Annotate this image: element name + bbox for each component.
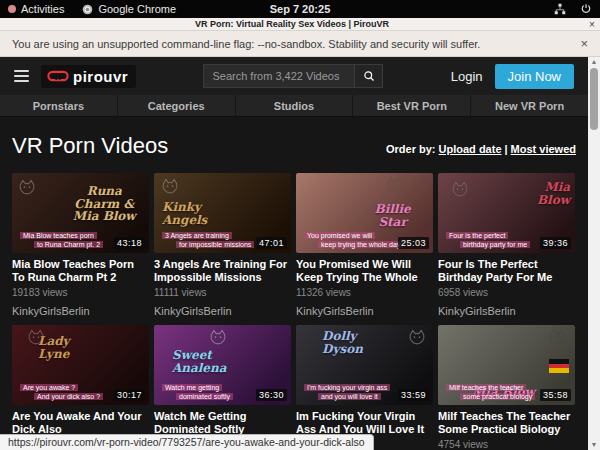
video-title-link[interactable]: You Promised We Will Keep Trying The Who… <box>296 258 433 284</box>
video-thumbnail[interactable]: Kinky Angels 3 Angels are training for i… <box>154 173 291 253</box>
studio-link[interactable]: KinkyGirlsBerlin <box>438 305 575 317</box>
video-title-link[interactable]: 3 Angels Are Training For Impossible Mis… <box>154 258 291 284</box>
thumb-overlay-name: Kinky Angels <box>162 201 228 226</box>
studio-cat-logo-icon <box>407 328 427 348</box>
status-url-tooltip: https://pirouvr.com/vr-porn-video/779325… <box>0 434 374 450</box>
studio-cat-logo-icon <box>547 328 567 348</box>
thumb-overlay-name: Dolly Dyson <box>322 330 393 355</box>
video-thumbnail[interactable]: Billie Star You promised we will keep tr… <box>296 173 433 253</box>
thumb-caption: to Runa Charm pt. 2 <box>34 241 103 248</box>
thumb-caption: Mia Blow teaches porn <box>20 232 97 239</box>
nav-item-best-vr[interactable]: Best VR Porn <box>353 95 470 116</box>
video-card[interactable]: Mia Blow Milf teaches the teacher some p… <box>438 325 575 450</box>
studio-cat-logo-icon <box>385 176 405 196</box>
thumb-caption: for impossible missions <box>176 241 254 248</box>
video-card[interactable]: Billie Star You promised we will keep tr… <box>296 173 433 317</box>
video-thumbnail[interactable]: Sweet Analena Watch me getting dominated… <box>154 325 291 405</box>
sandbox-warning-bar: You are using an unsupported command-lin… <box>0 31 600 57</box>
video-thumbnail[interactable]: Lady Lyne Are you awake ? And your dick … <box>12 325 149 405</box>
studio-cat-logo-icon <box>450 180 470 200</box>
studio-link[interactable]: KinkyGirlsBerlin <box>296 305 433 317</box>
video-title-link[interactable]: Milf Teaches The Teacher Some Practical … <box>438 410 575 436</box>
main-nav: Pornstars Categories Studios Best VR Por… <box>0 95 588 117</box>
network-icon[interactable] <box>554 3 566 15</box>
nav-item-categories[interactable]: Categories <box>118 95 235 116</box>
scrollbar-down-icon[interactable]: ▼ <box>588 440 600 450</box>
order-by-label: Order by: <box>386 143 436 155</box>
thumb-caption: Are you awake ? <box>20 384 78 391</box>
nav-item-pornstars[interactable]: Pornstars <box>0 95 117 116</box>
tab-title[interactable]: VR Porn: Virtual Reality Sex Videos | Pi… <box>0 19 584 29</box>
nav-item-new-vr[interactable]: New VR Porn <box>471 95 588 116</box>
video-card[interactable]: Dolly Dyson I'm fucking your virgin ass … <box>296 325 433 450</box>
view-count: 6958 views <box>438 287 575 298</box>
thumb-caption: 3 Angels are training <box>162 232 232 239</box>
studio-cat-logo-icon <box>208 328 228 348</box>
video-title-link[interactable]: Mia Blow Teaches Porn To Runa Charm Pt 2 <box>12 258 149 284</box>
thumb-caption: keep trying the whole day <box>318 241 403 248</box>
order-most-viewed-link[interactable]: Most viewed <box>511 143 576 155</box>
duration-badge: 39:36 <box>540 237 571 249</box>
thumb-overlay-name: Sweet Analena <box>172 349 247 374</box>
view-count: 11111 views <box>154 287 291 298</box>
search-bar <box>203 64 383 88</box>
join-now-button[interactable]: Join Now <box>495 64 574 89</box>
search-button[interactable] <box>355 64 383 88</box>
video-thumbnail[interactable]: Mia Blow Milf teaches the teacher some p… <box>438 325 575 405</box>
video-thumbnail[interactable]: Dolly Dyson I'm fucking your virgin ass … <box>296 325 433 405</box>
login-link[interactable]: Login <box>451 69 483 84</box>
system-bar: Activities Google Chrome Sep 7 20:25 <box>0 0 600 18</box>
video-title-link[interactable]: Watch Me Getting Dominated Softly <box>154 410 291 436</box>
video-card[interactable]: Mia Blow Four is the perfect birthday pa… <box>438 173 575 317</box>
duration-badge: 30:17 <box>114 389 145 401</box>
power-icon[interactable] <box>580 3 592 15</box>
thumb-caption: and you will love it <box>318 393 381 400</box>
duration-badge: 43:18 <box>114 237 145 249</box>
thumb-caption: I'm fucking your virgin ass <box>304 384 390 391</box>
video-title-link[interactable]: Four Is The Perfect Birthday Party For M… <box>438 258 575 284</box>
studio-link[interactable]: KinkyGirlsBerlin <box>12 305 149 317</box>
thumb-caption: Milf teaches the teacher <box>446 384 526 391</box>
studio-cat-logo-icon <box>17 178 37 198</box>
clock[interactable]: Sep 7 20:25 <box>0 3 600 15</box>
warning-text: You are using an unsupported command-lin… <box>12 38 480 50</box>
studio-cat-logo-icon <box>160 177 180 197</box>
thumb-caption: some practical biology <box>460 393 535 400</box>
hamburger-menu-icon[interactable] <box>14 70 29 82</box>
video-title-link[interactable]: Im Fucking Your Virgin Ass And You Will … <box>296 410 433 436</box>
video-grid: Runa Charm & Mia Blow Mia Blow teaches p… <box>12 173 576 450</box>
search-input[interactable] <box>203 64 355 88</box>
thumb-caption: You promised we will <box>304 232 375 239</box>
duration-badge: 33:59 <box>398 389 429 401</box>
warning-close-icon[interactable]: × <box>580 36 588 51</box>
browser-scrollbar[interactable]: ▲ ▼ <box>588 57 600 450</box>
tab-close-icon[interactable]: × <box>584 19 600 30</box>
thumb-caption: birthday party for me <box>460 241 530 248</box>
logo-text: pirouvr <box>73 68 128 85</box>
order-upload-date-link[interactable]: Upload date <box>439 143 502 155</box>
site-logo[interactable]: pirouvr <box>41 65 136 88</box>
browser-tab-bar: VR Porn: Virtual Reality Sex Videos | Pi… <box>0 18 600 31</box>
site-header: pirouvr Login Join Now <box>0 57 588 95</box>
video-thumbnail[interactable]: Runa Charm & Mia Blow Mia Blow teaches p… <box>12 173 149 253</box>
search-icon <box>363 70 375 82</box>
scrollbar-up-icon[interactable]: ▲ <box>588 57 600 67</box>
video-thumbnail[interactable]: Mia Blow Four is the perfect birthday pa… <box>438 173 575 253</box>
studio-link[interactable]: KinkyGirlsBerlin <box>154 305 291 317</box>
thumb-overlay-name: Mia Blow <box>512 181 570 206</box>
view-count: 19183 views <box>12 287 149 298</box>
view-count: 4754 views <box>438 439 575 450</box>
vr-headset-icon <box>47 70 69 82</box>
duration-badge: 35:58 <box>540 389 571 401</box>
video-card[interactable]: Runa Charm & Mia Blow Mia Blow teaches p… <box>12 173 149 317</box>
video-card[interactable]: Kinky Angels 3 Angels are training for i… <box>154 173 291 317</box>
scrollbar-thumb[interactable] <box>590 68 598 130</box>
video-card[interactable]: Lady Lyne Are you awake ? And your dick … <box>12 325 149 450</box>
nav-item-studios[interactable]: Studios <box>236 95 353 116</box>
thumb-caption: Watch me getting <box>162 384 222 391</box>
duration-badge: 36:30 <box>256 389 287 401</box>
duration-badge: 25:03 <box>398 237 429 249</box>
video-card[interactable]: Sweet Analena Watch me getting dominated… <box>154 325 291 450</box>
main-content: VR Porn Videos Order by: Upload date|Mos… <box>0 117 588 450</box>
video-title-link[interactable]: Are You Awake And Your Dick Also <box>12 410 149 436</box>
